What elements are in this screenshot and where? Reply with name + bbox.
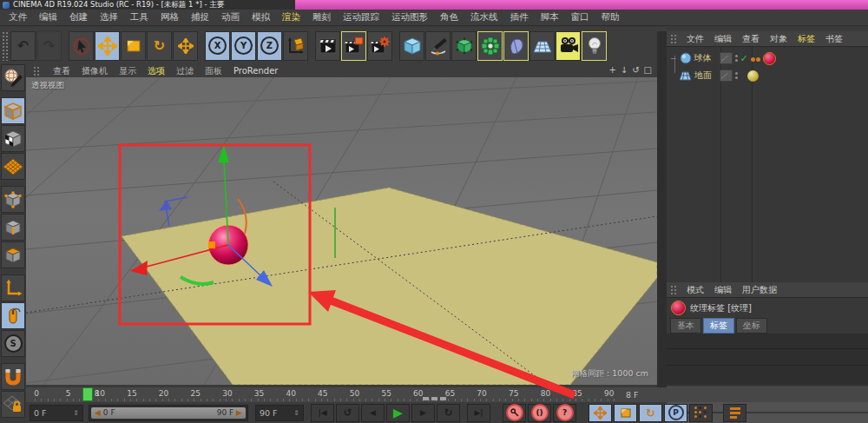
tab-coordinates[interactable]: 坐标 xyxy=(736,318,767,334)
zoom-view-icon[interactable]: ↓ xyxy=(621,65,628,75)
next-key-button[interactable]: ↻ xyxy=(437,404,460,422)
object-row-sphere[interactable]: − 球体 ✓ xyxy=(670,50,775,66)
texture-tag-red[interactable] xyxy=(764,53,775,64)
live-selection-tool[interactable] xyxy=(69,31,94,61)
am-grip[interactable] xyxy=(670,285,676,295)
spinner-icon[interactable]: ⇕ xyxy=(293,409,299,417)
lock-y-axis-button[interactable]: Y xyxy=(231,31,256,61)
window-titlebar[interactable]: CINEMA 4D R19.024 Studio (RC - R19) - [未… xyxy=(0,0,868,10)
menu-mesh[interactable]: 网格 xyxy=(161,11,179,23)
am-menu-userdata[interactable]: 用户数据 xyxy=(742,284,777,296)
visibility-dots[interactable] xyxy=(735,55,738,62)
snap-settings-button[interactable]: S xyxy=(1,330,25,357)
am-menu-mode[interactable]: 模式 xyxy=(687,284,704,296)
timeline-marker[interactable] xyxy=(431,397,437,400)
visibility-dots[interactable] xyxy=(735,72,738,79)
om-menu-objects[interactable]: 对象 xyxy=(770,33,787,45)
toolbar-grip[interactable] xyxy=(2,31,9,61)
start-frame-field[interactable]: 0 F ⇕ xyxy=(30,405,83,421)
lock-workplane-button[interactable] xyxy=(1,391,25,418)
menu-plugins[interactable]: 插件 xyxy=(510,11,529,23)
layer-box[interactable] xyxy=(720,69,733,82)
last-used-tool[interactable] xyxy=(173,31,198,61)
rotate-view-icon[interactable]: ↺ xyxy=(632,65,639,75)
pan-view-icon[interactable]: + xyxy=(608,65,615,75)
camera-button[interactable] xyxy=(556,31,581,61)
maximize-view-icon[interactable]: □ xyxy=(644,65,652,75)
lock-x-axis-button[interactable]: X xyxy=(205,31,230,61)
mograph-generators-button[interactable] xyxy=(477,31,503,61)
current-frame-field[interactable]: 8 F xyxy=(619,387,868,402)
undo-button[interactable]: ↶ xyxy=(10,31,36,61)
menu-file[interactable]: 文件 xyxy=(9,11,27,23)
coordinate-system-button[interactable] xyxy=(283,31,308,61)
light-button[interactable] xyxy=(582,31,607,61)
autokey-button[interactable]: () xyxy=(528,404,551,422)
model-mode-button[interactable] xyxy=(1,97,25,124)
om-menu-view[interactable]: 查看 xyxy=(742,33,760,45)
menu-select[interactable]: 选择 xyxy=(100,11,118,23)
key-pla-button[interactable] xyxy=(689,404,713,422)
vp-menu-view[interactable]: 查看 xyxy=(53,65,70,77)
snap-magnet-button[interactable] xyxy=(1,363,25,390)
vp-menu-prorender[interactable]: ProRender xyxy=(233,66,278,76)
menu-render[interactable]: 渲染 xyxy=(282,11,300,23)
polygons-mode-button[interactable] xyxy=(1,241,25,268)
preview-range-slider[interactable]: ◀ 0 F 90 F ▶ xyxy=(89,405,248,421)
add-primitive-cube-button[interactable] xyxy=(399,31,424,61)
points-mode-button[interactable] xyxy=(1,186,25,213)
edges-mode-button[interactable] xyxy=(1,214,25,241)
phong-tag[interactable] xyxy=(751,54,761,63)
render-picture-viewer-button[interactable] xyxy=(341,31,366,61)
timeline-layers-button[interactable] xyxy=(723,404,746,422)
play-button[interactable]: ▶ xyxy=(386,404,410,422)
layer-box[interactable] xyxy=(720,52,733,64)
move-tool[interactable] xyxy=(95,31,120,61)
menu-pipeline[interactable]: 流水线 xyxy=(470,11,498,23)
prev-frame-button[interactable]: ◀ xyxy=(361,404,385,422)
timeline-playhead[interactable] xyxy=(82,387,93,401)
menu-mograph[interactable]: 运动图形 xyxy=(391,11,428,23)
om-grip[interactable] xyxy=(670,34,676,44)
menu-script[interactable]: 脚本 xyxy=(541,11,559,23)
goto-start-button[interactable]: |◀ xyxy=(311,404,334,422)
om-menu-bookmarks[interactable]: 书签 xyxy=(825,33,843,45)
key-scale-button[interactable] xyxy=(614,404,637,422)
floor-environment-button[interactable] xyxy=(529,31,555,61)
menu-edit[interactable]: 编辑 xyxy=(39,11,57,23)
vp-menu-display[interactable]: 显示 xyxy=(119,65,136,77)
object-row-floor[interactable]: 地面 xyxy=(670,68,759,83)
menu-animate[interactable]: 动画 xyxy=(221,11,240,23)
menu-tools[interactable]: 工具 xyxy=(130,11,148,23)
vp-menu-options[interactable]: 选项 xyxy=(148,65,165,77)
menu-help[interactable]: 帮助 xyxy=(602,11,620,23)
om-menu-edit[interactable]: 编辑 xyxy=(714,33,732,45)
tab-basic[interactable]: 基本 xyxy=(670,318,701,334)
scale-tool[interactable] xyxy=(121,31,146,61)
key-rotation-button[interactable]: ↻ xyxy=(639,404,662,422)
om-menu-tags[interactable]: 标签 xyxy=(798,33,815,45)
rotate-tool[interactable]: ↻ xyxy=(147,31,172,61)
viewport-menu-grip[interactable] xyxy=(33,66,40,76)
menu-create[interactable]: 创建 xyxy=(69,11,88,23)
viewport-3d[interactable]: 透视视图 网格间距 : 1000 cm xyxy=(26,77,657,385)
deformer-button[interactable] xyxy=(503,31,529,61)
redo-button[interactable]: ↷ xyxy=(36,31,62,61)
next-frame-button[interactable]: ▶ xyxy=(411,404,435,422)
enabled-check[interactable]: ✓ xyxy=(740,53,748,64)
menu-simulate[interactable]: 模拟 xyxy=(252,11,270,23)
panel-divider[interactable] xyxy=(657,31,667,423)
menu-window[interactable]: 窗口 xyxy=(571,11,589,23)
menu-sculpt[interactable]: 雕刻 xyxy=(312,11,331,23)
timeline-ruler[interactable]: 8 051015202530354045505560657075808590 xyxy=(26,387,619,403)
workplane-mode-button[interactable] xyxy=(1,153,25,180)
keyframe-selection-button[interactable]: ? xyxy=(553,404,576,422)
key-position-button[interactable] xyxy=(589,404,612,422)
object-name[interactable]: 球体 xyxy=(694,52,712,64)
lock-z-axis-button[interactable]: Z xyxy=(257,31,282,61)
vp-menu-panel[interactable]: 面板 xyxy=(205,65,222,77)
vp-menu-filter[interactable]: 过滤 xyxy=(176,65,194,77)
end-frame-field[interactable]: 90 F ⇕ xyxy=(255,405,304,421)
render-settings-button[interactable] xyxy=(367,31,392,61)
texture-mode-button[interactable] xyxy=(1,125,25,152)
